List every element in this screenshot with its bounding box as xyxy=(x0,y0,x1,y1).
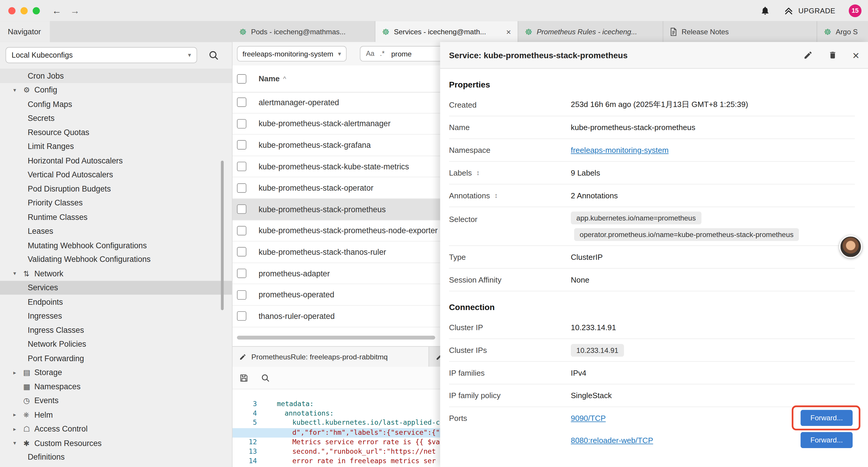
tree-item[interactable]: Priority Classes xyxy=(0,196,232,210)
tree-item[interactable]: ▸ ▤ Storage xyxy=(0,365,232,380)
tree-item[interactable]: ▾ ✱ Custom Resources xyxy=(0,436,232,450)
row-checkbox[interactable] xyxy=(237,247,246,257)
detail-row-ip-family-policy: IP family policy SingleStack xyxy=(449,384,855,407)
detail-row-cluster-ip: Cluster IP 10.233.14.91 xyxy=(449,316,855,339)
notification-count-badge[interactable]: 15 xyxy=(849,4,862,17)
tree-item[interactable]: Port Forwarding xyxy=(0,351,232,365)
row-checkbox[interactable] xyxy=(237,269,246,278)
kubeconfig-selector[interactable]: Local Kubeconfigs ▾ xyxy=(6,47,197,63)
tree-item[interactable]: Services xyxy=(0,281,232,295)
match-case-toggle[interactable]: Aa xyxy=(366,50,375,58)
tree-chevron-icon[interactable]: ▸ xyxy=(13,369,23,375)
tree-item-label: Endpoints xyxy=(28,297,63,306)
app-tab[interactable]: ☸ Argo S xyxy=(817,21,868,42)
tree-chevron-icon[interactable]: ▾ xyxy=(13,87,23,93)
tree-item[interactable]: ▾ ⚙ Config xyxy=(0,83,232,97)
search-icon[interactable] xyxy=(208,50,219,61)
expand-annotations-icon[interactable]: ↕ xyxy=(494,192,498,199)
user-avatar[interactable] xyxy=(839,235,862,258)
namespace-filter-select[interactable]: freeleaps-monitoring-system ▾ xyxy=(237,46,346,61)
row-checkbox[interactable] xyxy=(237,312,246,321)
selector-badge: app.kubernetes.io/name=prometheus xyxy=(571,212,701,224)
selector-badge: operator.prometheus.io/name=kube-prometh… xyxy=(574,228,799,241)
row-checkbox[interactable] xyxy=(237,226,246,235)
forward-button[interactable]: Forward... xyxy=(801,432,852,448)
row-checkbox[interactable] xyxy=(237,97,246,107)
save-icon[interactable] xyxy=(239,373,249,382)
tree-item-label: Horizontal Pod Autoscalers xyxy=(28,156,123,165)
minimize-window-button[interactable] xyxy=(20,7,28,14)
upgrade-button[interactable]: UPGRADE xyxy=(783,5,836,16)
back-button[interactable]: ← xyxy=(52,6,61,16)
tree-item[interactable]: Pod Disruption Budgets xyxy=(0,182,232,196)
app-tab[interactable]: ☸ Prometheus Rules - icecheng... xyxy=(518,21,663,42)
code-text: metadata: xyxy=(265,399,314,409)
tree-item[interactable]: Resource Quotas xyxy=(0,125,232,140)
name-column-header[interactable]: Name xyxy=(258,74,279,83)
tree-item[interactable]: Cron Jobs xyxy=(0,68,232,83)
tree-chevron-icon[interactable]: ▸ xyxy=(13,426,23,432)
tree-item[interactable]: Limit Ranges xyxy=(0,139,232,153)
tree-item-label: Limit Ranges xyxy=(28,142,74,151)
tree-item[interactable]: ◷ Events xyxy=(0,393,232,408)
search-icon[interactable] xyxy=(261,373,270,382)
sort-ascending-icon[interactable]: ^ xyxy=(283,75,286,83)
row-checkbox[interactable] xyxy=(237,205,246,214)
row-checkbox[interactable] xyxy=(237,290,246,299)
close-window-button[interactable] xyxy=(8,7,16,14)
row-checkbox[interactable] xyxy=(237,140,246,150)
tree-item[interactable]: Secrets xyxy=(0,111,232,125)
tree-item[interactable]: Endpoints xyxy=(0,295,232,309)
detail-row-name: Name kube-prometheus-stack-prometheus xyxy=(449,116,855,139)
tree-item[interactable]: Validating Webhook Configurations xyxy=(0,253,232,267)
forward-button[interactable]: Forward... xyxy=(801,410,852,426)
navigator-label: Navigator xyxy=(8,27,41,36)
tree-chevron-icon[interactable]: ▾ xyxy=(13,270,23,276)
tree-item[interactable]: ▸ ☖ Access Control xyxy=(0,422,232,436)
expand-labels-icon[interactable]: ↕ xyxy=(476,169,479,177)
tree-item[interactable]: Runtime Classes xyxy=(0,210,232,224)
sidebar-scrollbar[interactable] xyxy=(221,160,224,310)
connection-heading: Connection xyxy=(449,302,855,312)
regex-toggle[interactable]: .* xyxy=(380,50,385,58)
service-name: kube-prometheus-stack-operator xyxy=(258,183,373,193)
edit-pencil-icon[interactable] xyxy=(803,51,813,60)
horizontal-scrollbar[interactable] xyxy=(237,336,435,340)
tree-item[interactable]: Leases xyxy=(0,224,232,238)
app-tab[interactable]: ☸ Services - icecheng@math... × xyxy=(375,21,518,42)
tree-item[interactable]: Definitions xyxy=(0,450,232,464)
app-tab[interactable]: Release Notes xyxy=(663,21,817,42)
close-icon[interactable]: × xyxy=(852,49,859,61)
row-checkbox[interactable] xyxy=(237,119,246,128)
tree-item[interactable]: Vertical Pod Autoscalers xyxy=(0,168,232,182)
tree-item[interactable]: Mutating Webhook Configurations xyxy=(0,238,232,253)
tree-item[interactable]: Ingress Classes xyxy=(0,323,232,337)
tree-item[interactable]: Horizontal Pod Autoscalers xyxy=(0,153,232,168)
search-input[interactable] xyxy=(390,49,442,59)
tree-item[interactable]: Network Policies xyxy=(0,337,232,351)
row-checkbox[interactable] xyxy=(237,162,246,171)
kubernetes-icon: ☸ xyxy=(525,28,532,36)
service-name: kube-prometheus-stack-alertmanager xyxy=(258,119,391,128)
tree-item[interactable]: ▾ ⇅ Network xyxy=(0,266,232,281)
dock-tab[interactable]: PrometheusRule: freeleaps-prod-rabbitmq xyxy=(232,347,429,367)
namespace-link[interactable]: freeleaps-monitoring-system xyxy=(571,146,669,154)
tree-item-label: Access Control xyxy=(34,425,88,433)
tree-item[interactable]: ▸ ⎈ Helm xyxy=(0,408,232,422)
tree-chevron-icon[interactable]: ▸ xyxy=(13,412,23,418)
select-all-checkbox[interactable] xyxy=(237,74,246,83)
forward-button[interactable]: → xyxy=(70,6,80,16)
port-link[interactable]: 8080:reloader-web/TCP xyxy=(571,436,653,445)
delete-trash-icon[interactable] xyxy=(828,51,837,60)
zoom-window-button[interactable] xyxy=(33,7,40,14)
tab-label: Services - icecheng@math... xyxy=(394,28,502,36)
tree-chevron-icon[interactable]: ▾ xyxy=(13,440,23,446)
port-link[interactable]: 9090/TCP xyxy=(571,414,606,423)
tree-item[interactable]: Ingresses xyxy=(0,309,232,323)
tree-item[interactable]: Config Maps xyxy=(0,97,232,111)
notifications-bell-icon[interactable] xyxy=(760,6,770,16)
app-tab[interactable]: ☸ Pods - icecheng@mathmas... xyxy=(232,21,375,42)
close-tab-icon[interactable]: × xyxy=(506,27,511,36)
tree-item[interactable]: ▦ Namespaces xyxy=(0,380,232,394)
row-checkbox[interactable] xyxy=(237,183,246,193)
